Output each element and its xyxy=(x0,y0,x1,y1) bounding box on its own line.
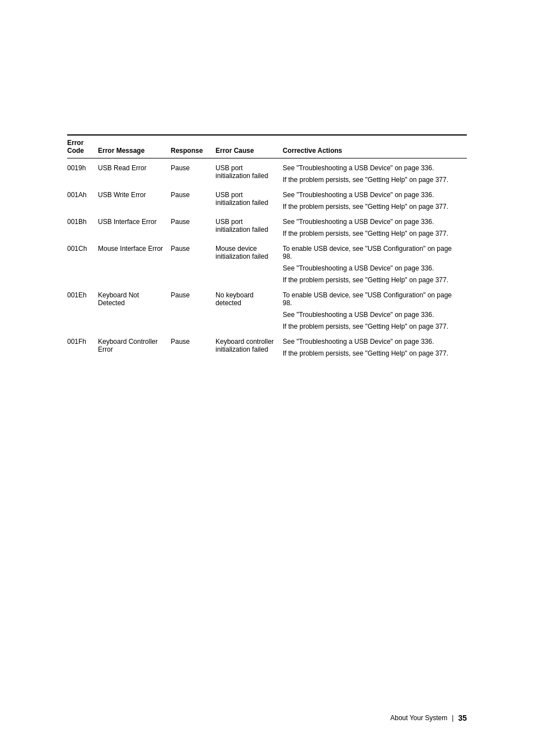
error-cause: Keyboard controller initialization faile… xyxy=(216,332,283,363)
error-message: Keyboard Not Detected xyxy=(98,286,171,332)
table-header-row: ErrorCode Error Message Response Error C… xyxy=(67,135,467,158)
col-header-message: Error Message xyxy=(98,135,171,158)
corrective-action: See "Troubleshooting a USB Device" on pa… xyxy=(283,185,467,200)
table-row: 001ChMouse Interface ErrorPauseMouse dev… xyxy=(67,239,467,262)
footer-section-label: About Your System xyxy=(390,714,447,722)
footer-page-number: 35 xyxy=(458,713,467,722)
error-code: 001Ch xyxy=(67,239,98,286)
corrective-action: See "Troubleshooting a USB Device" on pa… xyxy=(283,212,467,227)
error-cause: Mouse device initialization failed xyxy=(216,239,283,286)
corrective-action: To enable USB device, see "USB Configura… xyxy=(283,239,467,262)
col-header-actions: Corrective Actions xyxy=(283,135,467,158)
error-message: USB Write Error xyxy=(98,185,171,212)
corrective-action: If the problem persists, see "Getting He… xyxy=(283,200,467,212)
error-message: Mouse Interface Error xyxy=(98,239,171,286)
table-row: 001FhKeyboard Controller ErrorPauseKeybo… xyxy=(67,332,467,347)
table-row: 001EhKeyboard Not DetectedPauseNo keyboa… xyxy=(67,286,467,309)
error-code: 001Fh xyxy=(67,332,98,363)
error-response: Pause xyxy=(171,158,216,186)
error-response: Pause xyxy=(171,185,216,212)
table-row: 001BhUSB Interface ErrorPauseUSB port in… xyxy=(67,212,467,227)
error-cause: USB port initialization failed xyxy=(216,185,283,212)
corrective-action: If the problem persists, see "Getting He… xyxy=(283,320,467,332)
page: ErrorCode Error Message Response Error C… xyxy=(0,0,534,756)
corrective-action: See "Troubleshooting a USB Device" on pa… xyxy=(283,158,467,174)
error-response: Pause xyxy=(171,332,216,363)
page-footer: About Your System | 35 xyxy=(390,713,467,722)
table-row: 0019hUSB Read ErrorPauseUSB port initial… xyxy=(67,158,467,174)
error-code: 001Bh xyxy=(67,212,98,239)
corrective-action: If the problem persists, see "Getting He… xyxy=(283,227,467,239)
col-header-code: ErrorCode xyxy=(67,135,98,158)
col-header-cause: Error Cause xyxy=(216,135,283,158)
error-cause: No keyboard detected xyxy=(216,286,283,332)
footer-separator: | xyxy=(452,714,453,722)
error-response: Pause xyxy=(171,286,216,332)
error-response: Pause xyxy=(171,239,216,286)
error-cause: USB port initialization failed xyxy=(216,212,283,239)
corrective-action: If the problem persists, see "Getting He… xyxy=(283,174,467,185)
corrective-action: See "Troubleshooting a USB Device" on pa… xyxy=(283,262,467,274)
error-message: USB Interface Error xyxy=(98,212,171,239)
error-code: 001Eh xyxy=(67,286,98,332)
error-message: Keyboard Controller Error xyxy=(98,332,171,363)
corrective-action: To enable USB device, see "USB Configura… xyxy=(283,286,467,309)
error-code: 001Ah xyxy=(67,185,98,212)
error-message: USB Read Error xyxy=(98,158,171,186)
error-cause: USB port initialization failed xyxy=(216,158,283,186)
corrective-action: See "Troubleshooting a USB Device" on pa… xyxy=(283,332,467,347)
error-response: Pause xyxy=(171,212,216,239)
corrective-action: See "Troubleshooting a USB Device" on pa… xyxy=(283,309,467,320)
corrective-action: If the problem persists, see "Getting He… xyxy=(283,274,467,286)
corrective-action: If the problem persists, see "Getting He… xyxy=(283,347,467,363)
error-table: ErrorCode Error Message Response Error C… xyxy=(67,134,467,363)
error-code: 0019h xyxy=(67,158,98,186)
col-header-response: Response xyxy=(171,135,216,158)
table-row: 001AhUSB Write ErrorPauseUSB port initia… xyxy=(67,185,467,200)
